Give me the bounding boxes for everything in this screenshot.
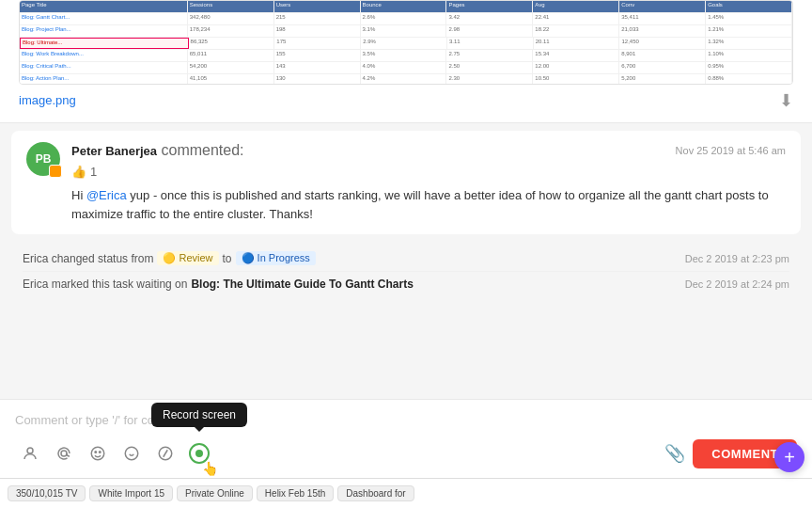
comment-author: Peter Banerjea [71, 144, 157, 158]
image-filename[interactable]: image.png [19, 86, 76, 111]
comment-action: commented: [162, 142, 244, 158]
toolbar-row: Record screen 👆 📎 COMMENT [15, 435, 797, 472]
comment-input[interactable]: Comment or type '/' for commands [15, 409, 797, 435]
taskbar-item-5[interactable]: Dashboard for [337, 485, 414, 501]
status-from-badge: 🟡 Review [157, 251, 218, 265]
toolbar-icons: Record screen 👆 [15, 438, 214, 468]
record-dot [195, 450, 203, 457]
person-icon[interactable] [15, 438, 45, 468]
status-to-badge: 🔵 In Progress [236, 251, 316, 265]
taskbar-item-2[interactable]: White Import 15 [89, 485, 173, 501]
svg-line-7 [164, 450, 168, 457]
status-line-1: Erica changed status from 🟡 Review to 🔵 … [23, 246, 789, 272]
svg-point-5 [125, 447, 138, 460]
spreadsheet-preview: Page Title Sessions Users Bounce Pages A… [19, 0, 793, 85]
like-button[interactable]: 👍 1 [71, 165, 786, 179]
taskbar-item-3[interactable]: Private Online [177, 485, 253, 501]
status-line-2: Erica marked this task waiting on Blog: … [23, 272, 789, 296]
comment-body: Peter Banerjea commented: Nov 25 2019 at… [71, 142, 786, 223]
slash-icon[interactable] [150, 438, 180, 468]
comment-placeholder: Comment or type '/' for commands [15, 413, 201, 427]
comment-timestamp: Nov 25 2019 at 5:46 am [676, 145, 786, 156]
like-count: 1 [90, 165, 97, 179]
emoji-icon[interactable] [83, 438, 113, 468]
attachment-icon[interactable]: 📎 [664, 443, 685, 464]
comment-text: Hi @Erica yup - once this is published a… [71, 186, 786, 223]
mention: @Erica [86, 188, 127, 202]
svg-point-2 [91, 447, 104, 460]
svg-point-1 [61, 451, 67, 456]
status-section: Erica changed status from 🟡 Review to 🔵 … [0, 242, 812, 300]
svg-point-0 [27, 448, 33, 453]
taskbar-item-1[interactable]: 350/10,015 TV [8, 485, 86, 501]
comment-block: PB Peter Banerjea commented: Nov 25 2019… [11, 131, 801, 234]
comment-header: Peter Banerjea commented: Nov 25 2019 at… [71, 142, 786, 159]
happy-face-icon[interactable] [117, 438, 147, 468]
status-timestamp-1: Dec 2 2019 at 2:23 pm [685, 253, 789, 264]
task-link[interactable]: Blog: The Ultimate Guide To Gantt Charts [191, 278, 413, 291]
avatar: PB [26, 142, 60, 176]
svg-point-4 [100, 452, 102, 453]
status-timestamp-2: Dec 2 2019 at 2:24 pm [685, 278, 789, 290]
fab-button[interactable]: + [774, 442, 804, 472]
record-screen-button[interactable]: Record screen 👆 [184, 438, 214, 468]
cursor-hand-icon: 👆 [202, 461, 218, 476]
image-section: Page Title Sessions Users Bounce Pages A… [0, 0, 812, 123]
svg-point-3 [95, 452, 97, 453]
download-icon[interactable]: ⬇ [779, 85, 793, 111]
main-container: Page Title Sessions Users Bounce Pages A… [0, 0, 812, 508]
mention-icon[interactable] [49, 438, 79, 468]
taskbar-item-4[interactable]: Helix Feb 15th [257, 485, 334, 501]
comment-input-section: Comment or type '/' for commands [0, 399, 812, 478]
avatar-badge [49, 165, 62, 178]
taskbar: 350/10,015 TV White Import 15 Private On… [0, 478, 812, 508]
